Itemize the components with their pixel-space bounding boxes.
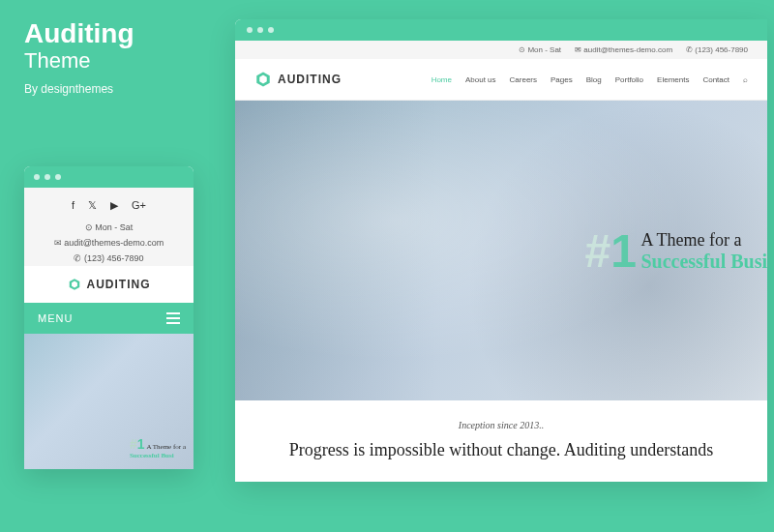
nav-item-portfolio[interactable]: Portfolio (615, 75, 643, 84)
nav-item-blog[interactable]: Blog (586, 75, 602, 84)
window-dot (34, 174, 40, 180)
nav-item-elements[interactable]: Elements (657, 75, 689, 84)
headline-text: Progress is impossible without change. A… (274, 438, 729, 462)
hero-hash: #1 (130, 436, 145, 452)
mobile-logo-text: AUDITING (87, 278, 151, 291)
promo-author: By designthemes (24, 82, 218, 96)
topbar-email[interactable]: ✉ audit@themes-demo.com (575, 45, 672, 54)
mobile-menu-button[interactable]: MENU (24, 303, 194, 334)
window-dot (45, 174, 50, 180)
nav-menu: Home About us Careers Pages Blog Portfol… (432, 75, 748, 84)
promo-title: Auditing (24, 19, 218, 49)
desktop-window-chrome (235, 19, 767, 41)
facebook-icon[interactable]: f (72, 199, 74, 212)
window-dot (247, 27, 253, 33)
hexagon-logo-icon (254, 71, 272, 88)
desktop-hero-image: #1 A Theme for a Successful Busi (235, 101, 767, 400)
youtube-icon[interactable]: ▶ (110, 199, 118, 212)
window-dot (55, 174, 61, 180)
mobile-email: ✉ audit@themes-demo.com (24, 235, 194, 251)
window-dot (257, 27, 263, 33)
desktop-preview: ⊙ Mon - Sat ✉ audit@themes-demo.com ✆ (1… (235, 19, 767, 482)
inception-text: Inception since 2013.. (274, 420, 729, 430)
window-dot (268, 27, 274, 33)
mobile-window-chrome (24, 166, 194, 188)
nav-item-about[interactable]: About us (465, 75, 496, 84)
mobile-hero-image: #1 A Theme for aSuccessful Busi (24, 334, 194, 469)
desktop-logo[interactable]: AUDITING (254, 71, 342, 88)
twitter-icon[interactable]: 𝕏 (88, 199, 97, 212)
topbar-hours: ⊙ Mon - Sat (519, 45, 561, 54)
desktop-topbar: ⊙ Mon - Sat ✉ audit@themes-demo.com ✆ (1… (235, 41, 767, 59)
promo-title-block: Auditing Theme By designthemes (24, 19, 218, 96)
nav-item-pages[interactable]: Pages (551, 75, 573, 84)
mobile-logo[interactable]: AUDITING (24, 266, 194, 303)
search-icon[interactable]: ⌕ (743, 75, 748, 84)
mobile-social-bar: f 𝕏 ▶ G+ (24, 188, 194, 220)
nav-item-contact[interactable]: Contact (702, 75, 729, 84)
mobile-phone: ✆ (123) 456-7890 (24, 251, 194, 266)
google-plus-icon[interactable]: G+ (132, 199, 146, 212)
promo-subtitle: Theme (24, 49, 218, 73)
hero-tagline: A Theme for a Successful Busi (640, 229, 767, 272)
topbar-phone[interactable]: ✆ (123) 456-7890 (686, 45, 748, 54)
desktop-logo-text: AUDITING (278, 73, 342, 86)
mobile-hours: ⊙ Mon - Sat (24, 220, 194, 235)
nav-item-careers[interactable]: Careers (510, 75, 537, 84)
hamburger-icon (166, 312, 180, 324)
mobile-preview: f 𝕏 ▶ G+ ⊙ Mon - Sat ✉ audit@themes-demo… (24, 166, 194, 469)
desktop-navbar: AUDITING Home About us Careers Pages Blo… (235, 59, 767, 101)
desktop-content: Inception since 2013.. Progress is impos… (235, 400, 767, 482)
hexagon-logo-icon (68, 278, 81, 291)
hero-rank: #1 (585, 224, 637, 278)
nav-item-home[interactable]: Home (432, 75, 452, 84)
menu-label: MENU (38, 312, 73, 324)
